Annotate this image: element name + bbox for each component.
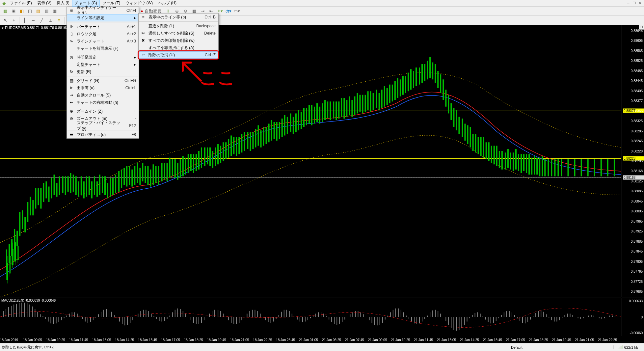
price-tick: 0.88228 [631,149,643,153]
menu-shortcut: Ctrl+B [198,15,216,19]
menu-item-label: ステップ・バイ・ステップ (y) [77,120,122,131]
crosshair-button[interactable]: + [10,17,18,24]
window-controls: ─ ❐ ✕ [626,1,643,5]
periods-button[interactable]: ◔▾ [225,8,232,15]
indicator-title: MACD(12,26,9) -0.000039 -0.000046 [1,299,56,302]
trendline-button[interactable]: ╱ [38,17,46,24]
refresh-icon: ↻ [68,69,74,75]
statusbar-connection[interactable]: 622/1 kb [613,345,642,349]
chart-title: ▼ EURGBP,M5 0.88171 0.88176 0.88168 0.88 [1,26,76,30]
indicator-panel[interactable]: MACD(12,26,9) -0.000039 -0.000046 [0,298,621,336]
menu-shortcut: Alt+3 [120,39,136,43]
app-icon: ◆ [1,1,7,6]
close-button[interactable]: ✕ [637,1,643,5]
menu-item[interactable]: チャートを前面表示 (F) [67,45,139,52]
menu-item[interactable]: 直近を削除 (L)Backspace [139,22,218,30]
price-tick: 0.88285 [631,129,643,133]
price-tick: 0.87965 [631,219,643,223]
menu-shortcut: Ctrl+I [120,8,136,13]
chart-restore-button[interactable]: ❐ [639,25,644,30]
new-chart-button[interactable]: ▦ [1,8,9,15]
menu-item[interactable]: ▯ロウソク足Alt+2 [67,30,139,38]
horizontal-line-button[interactable]: ━ [29,17,37,24]
menu-shortcut: Delete [198,31,216,36]
menu-shortcut: F8 [125,132,136,137]
price-tick: 0.88377 [631,99,643,103]
bar-icon: ⊪ [68,24,74,30]
menu-file[interactable]: ファイル (F) [7,0,35,7]
statusbar-profile[interactable]: Default [507,345,526,349]
profiles-button[interactable]: ▣ [10,8,17,15]
menu-item-label: バーチャート [77,24,100,30]
restore-button[interactable]: ❐ [631,1,637,5]
menu-item[interactable]: すべてを非選択にする (A) [139,44,218,51]
time-tick: 21 Jan 18:25 [529,338,548,342]
time-tick: 18 Jan 18:25 [184,338,203,342]
menu-item[interactable]: ∿ラインチャートAlt+3 [67,38,139,45]
menu-item[interactable]: ⫸出来高 (u)Ctrl+L [67,84,139,92]
menu-item[interactable]: ✖すべての矢印類を削除 (w) [139,37,218,44]
menu-item[interactable]: ⇤チャートの右端移動 (h) [67,99,139,106]
market-watch-button[interactable]: ◧ [18,8,26,15]
menu-item[interactable]: ≋表示中のインディケータ (L)Ctrl+I [67,7,139,14]
price-tick: 0.88565 [631,49,643,52]
time-tick: 21 Jan 15:45 [483,338,502,342]
price-tick: 0.87885 [631,239,643,243]
menu-view[interactable]: 表示 (V) [35,0,54,7]
chart-dropdown-menu: ≋表示中のインディケータ (L)Ctrl+Iライン等の設定▶⊪バーチャートAlt… [67,7,139,139]
menu-insert[interactable]: 挿入 (I) [54,0,72,7]
price-tick: 0.87765 [631,270,643,273]
menu-item-label: ライン等の設定 [77,15,104,21]
menu-item[interactable]: ステップ・バイ・ステップ (y)F12 [67,122,139,129]
time-tick: 21 Jan 19:45 [552,338,571,342]
terminal-button[interactable]: ▥ [42,8,50,15]
candle-icon: ▯ [68,31,74,37]
time-tick: 21 Jan 09:05 [368,338,387,342]
zoomout-icon: ⊖ [68,116,74,122]
menu-item[interactable]: 定型チャート▶ [67,61,139,68]
strategy-tester-button[interactable]: ▦ [51,8,59,15]
menu-item-label: 表示中のライン等 (b) [148,14,186,20]
fibo-button[interactable]: ≡ [55,17,63,24]
data-window-button[interactable]: ◫ [26,8,34,15]
menu-item[interactable]: ≡表示中のライン等 (b)Ctrl+B [139,14,218,21]
channel-button[interactable]: ⫫ [46,17,54,24]
menu-item[interactable]: ◷時間足設定▶ [67,54,139,61]
menu-item-label: 時間足設定 [77,55,96,60]
price-axis: 0.88377 0.88228 0.88168 0.886450.886050.… [622,25,644,297]
indicator-axis: 0.000633 0 -0.00060 [622,298,644,336]
menu-item[interactable]: ⇥自動スクロール (S) [67,92,139,99]
time-tick: 18 Jan 19:45 [207,338,226,342]
vertical-line-button[interactable]: ┃ [21,17,29,24]
menu-item[interactable]: ☰プロパティ... (o)F8 [67,131,139,138]
time-tick: 21 Jan 06:25 [322,338,341,342]
templates-button[interactable]: ▭▾ [233,8,241,15]
price-tick: 0.88445 [631,79,643,83]
chart-dropdown-icon[interactable]: ▼ [1,27,4,30]
menu-item[interactable]: ✂選択したすべてを削除 (S)Delete [139,30,218,37]
menu-help[interactable]: ヘルプ (H) [155,0,179,7]
time-tick: 18 Jan 13:05 [92,338,111,342]
menu-item-label: チャートを前面表示 (F) [77,46,119,51]
volume-icon: ⫸ [68,85,74,91]
navigator-button[interactable]: ▤ [34,8,42,15]
menu-item[interactable]: ⊕ズームイン (Z)+ [67,108,139,115]
menu-window[interactable]: ウィンドウ (W) [123,0,155,7]
menu-item[interactable]: ↶削除の取消 (U)Ctrl+Z [139,51,218,59]
menu-item[interactable]: ライン等の設定▶ [67,14,139,21]
minimize-button[interactable]: ─ [626,1,631,5]
price-tick: 0.88325 [631,119,643,123]
price-tick: 0.88045 [631,199,643,203]
time-tick: 21 Jan 07:45 [345,338,364,342]
lines-submenu: ≡表示中のライン等 (b)Ctrl+B直近を削除 (L)Backspace✂選択… [138,13,219,59]
menu-shortcut: - [128,116,136,121]
menu-item[interactable]: ↻更新 (R) [67,68,139,75]
time-tick: 21 Jan 17:05 [506,338,525,342]
menu-item[interactable]: ▦グリッド (G)Ctrl+G [67,77,139,84]
price-tick: 0.87925 [631,230,643,233]
menu-item-label: 選択したすべてを削除 (S) [148,31,194,36]
menu-item[interactable]: ⊪バーチャートAlt+1 [67,23,139,30]
time-tick: 18 Jan 15:45 [138,338,157,342]
time-tick: 18 Jan 14:25 [115,338,134,342]
cursor-button[interactable]: ↖ [1,17,9,24]
